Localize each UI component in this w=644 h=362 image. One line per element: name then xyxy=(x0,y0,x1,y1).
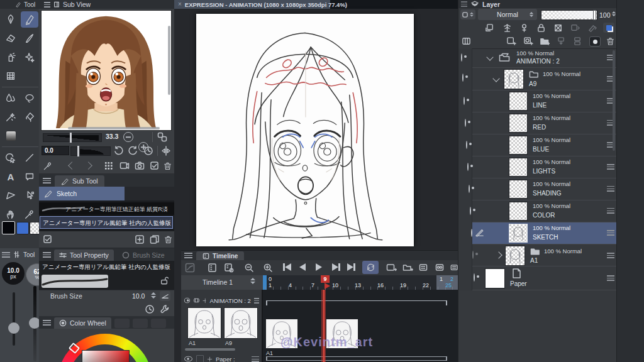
previous-frame-button[interactable] xyxy=(299,263,306,271)
paper-track-row[interactable]: Paper : xyxy=(181,354,262,362)
brush-item-2[interactable]: アニメーター専用リアル風鉛筆 社内の人監修版 xyxy=(40,216,173,229)
zoom-out-button[interactable] xyxy=(123,132,133,142)
main-color-swatch[interactable] xyxy=(2,221,15,234)
animation-track-row[interactable]: ANIMATION : 2 xyxy=(181,295,262,306)
layer-row-animation-folder[interactable]: 100 % Normal ANIMATION : 2 xyxy=(472,48,617,68)
layer-thumbnail-a9[interactable] xyxy=(504,69,524,89)
cel-specification-button[interactable] xyxy=(435,263,446,273)
brush-size-slider-handle[interactable] xyxy=(8,322,19,334)
subview-hscrollbar[interactable] xyxy=(68,127,160,129)
keyframe-layer-button[interactable] xyxy=(519,23,529,33)
tab-color-slider[interactable] xyxy=(114,319,130,328)
paper-track-eye-icon[interactable] xyxy=(184,356,192,362)
layer-row-line[interactable]: 100 % Normal LINE xyxy=(472,90,617,112)
layer-view-widget[interactable] xyxy=(460,9,475,19)
subview-image[interactable] xyxy=(41,10,172,131)
create-layer-mask-button[interactable] xyxy=(589,36,601,47)
rotate-ccw-button[interactable] xyxy=(113,146,123,156)
tab-tool-property[interactable]: Tool Property xyxy=(54,250,114,261)
new-timeline-button[interactable] xyxy=(208,263,218,273)
layer-palette-options-button[interactable] xyxy=(462,36,471,46)
camera-button[interactable] xyxy=(135,161,145,171)
next-frame-button[interactable] xyxy=(332,263,340,271)
color-wheel-menu-icon[interactable] xyxy=(43,320,51,326)
layer-menu-icon[interactable] xyxy=(607,164,614,170)
sv-square[interactable] xyxy=(82,350,130,362)
tool-eyedropper[interactable] xyxy=(21,206,38,222)
subview-rotation-box[interactable]: 0.0 xyxy=(42,146,69,155)
go-to-end-button[interactable] xyxy=(347,263,355,271)
subtool-menu-icon[interactable] xyxy=(43,178,51,184)
layer-menu-icon[interactable] xyxy=(607,275,614,281)
layer-row-blue[interactable]: 100 % Normal BLUE xyxy=(472,134,617,156)
subview-rotation-slider[interactable] xyxy=(70,146,111,156)
brush-item-1[interactable]: アニメーター専用筆圧矯正鉛筆 紙質R済 xyxy=(39,202,174,215)
subview-header[interactable]: Sub View xyxy=(39,0,174,9)
timeline-name[interactable]: Timeline 1 xyxy=(203,278,233,286)
eye-line[interactable] xyxy=(464,97,465,105)
next-image-button[interactable] xyxy=(84,162,92,170)
eye-red[interactable] xyxy=(465,119,466,127)
tool-figure[interactable] xyxy=(2,187,19,204)
eye-blue[interactable] xyxy=(466,141,467,149)
new-animation-folder-button[interactable] xyxy=(402,263,413,273)
tool-fill-bucket[interactable] xyxy=(21,109,38,125)
expand-a1-icon[interactable] xyxy=(495,251,502,258)
subview-menu-icon[interactable] xyxy=(44,2,50,8)
delete-layer-button[interactable] xyxy=(606,36,615,46)
subview-color-pick-toggle[interactable] xyxy=(157,132,167,142)
paper-expand-button[interactable] xyxy=(208,356,212,361)
tab-color-mixing[interactable] xyxy=(151,319,166,328)
eye-color[interactable] xyxy=(470,207,471,215)
lock-transparent-pixel-button[interactable] xyxy=(553,23,563,33)
subview-zoom-slider[interactable] xyxy=(43,133,102,142)
layer-menu-icon[interactable] xyxy=(607,186,614,192)
layer-row-red[interactable]: 100 % Normal RED xyxy=(472,112,617,134)
onion-skin-button[interactable] xyxy=(419,263,430,273)
color-wheel-area[interactable] xyxy=(39,329,174,362)
timeline-tab[interactable]: Timeline xyxy=(196,251,244,260)
tool-pen[interactable] xyxy=(21,11,38,28)
draft-layer-button[interactable] xyxy=(587,23,597,33)
timeline-name-spinner[interactable] xyxy=(250,278,255,284)
tool-hand[interactable] xyxy=(2,206,19,222)
tool-object[interactable] xyxy=(2,150,19,166)
advanced-settings-wrench-button[interactable] xyxy=(160,304,170,314)
play-button[interactable] xyxy=(316,263,322,271)
enable-mask-button[interactable] xyxy=(570,23,580,33)
tool-gradient[interactable] xyxy=(2,128,19,144)
collapse-animation-folder-icon[interactable] xyxy=(486,53,493,60)
canvas-tab[interactable]: × EXPRESSION - ANIMATION (1080 x 1080px … xyxy=(174,0,330,9)
layer-row-lights[interactable]: 100 % Normal LIGHTS xyxy=(472,156,617,178)
layer-menu-icon[interactable] xyxy=(607,253,614,258)
tool-decoration[interactable] xyxy=(21,49,38,65)
layer-thumbnail-lights[interactable] xyxy=(509,158,528,177)
delete-subtool-button[interactable] xyxy=(164,234,173,244)
brush-size-slider[interactable] xyxy=(13,292,15,346)
layer-row-shading[interactable]: 100 % Normal SHADING xyxy=(472,178,617,200)
tool-mini-menu-icon[interactable] xyxy=(2,252,10,258)
timeline-settings-button[interactable] xyxy=(224,263,234,273)
transfer-to-lower-layer-button[interactable] xyxy=(557,36,567,46)
paper-clip-bar[interactable] xyxy=(266,356,447,361)
collapse-a9-icon[interactable] xyxy=(492,75,499,82)
previous-image-button[interactable] xyxy=(68,162,76,170)
subview-vscrollbar[interactable] xyxy=(168,26,170,95)
tool-text[interactable]: A xyxy=(2,168,19,185)
canvas-tab-close-icon[interactable]: × xyxy=(178,1,182,8)
subview-delete-button[interactable] xyxy=(163,161,172,170)
animation-track-eye-icon[interactable] xyxy=(184,298,190,304)
layer-menu-icon[interactable] xyxy=(607,230,614,236)
subtool-switch-button[interactable] xyxy=(43,234,53,244)
subtool-group-sketch[interactable]: Sketch xyxy=(39,187,174,200)
zoom-out-timeline-button[interactable] xyxy=(244,263,254,273)
eye-lights[interactable] xyxy=(467,163,469,171)
eye-shading[interactable] xyxy=(469,185,470,193)
add-subtool-button[interactable] xyxy=(135,234,145,244)
reference-layer-button[interactable] xyxy=(502,23,512,33)
eye-animation-folder[interactable] xyxy=(461,53,462,62)
layer-opacity-handle[interactable] xyxy=(593,10,596,20)
tool-auto-select-wand[interactable] xyxy=(2,109,19,125)
new-vector-layer-button[interactable] xyxy=(523,36,533,46)
animation-track-menu-icon[interactable] xyxy=(254,298,259,304)
